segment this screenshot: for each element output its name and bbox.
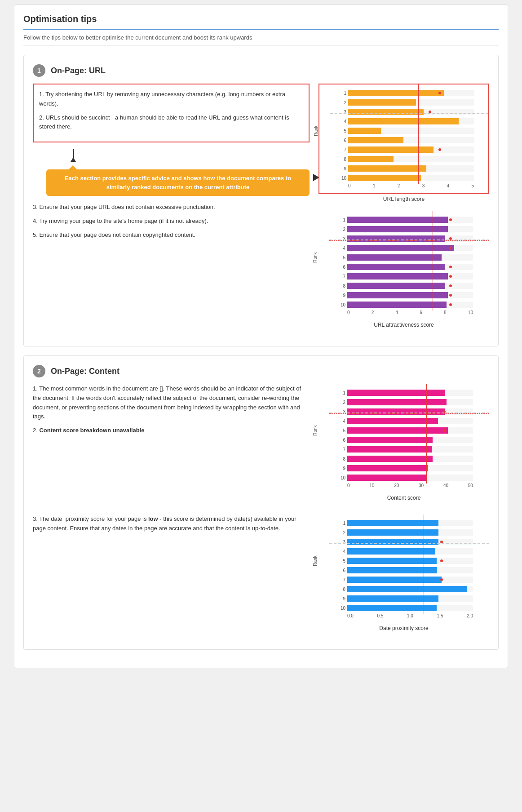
section-body: 1. Try shortening the URL by removing an… xyxy=(33,84,489,337)
bar-dot xyxy=(449,294,452,297)
chart-title: Content score xyxy=(319,495,489,501)
bar-row-2: 2 xyxy=(336,225,485,233)
bar-fill xyxy=(347,529,438,536)
bar-track xyxy=(347,427,473,434)
bar-track xyxy=(347,567,473,573)
bar-track xyxy=(347,217,473,223)
y-axis-label: Rank xyxy=(313,555,318,566)
bar-fill xyxy=(347,520,438,526)
bar-row-8: 8 xyxy=(336,585,485,593)
bar-row-4: 4 xyxy=(337,117,484,125)
bar-fill xyxy=(347,235,445,242)
section-header: 2On-Page: Content xyxy=(33,365,489,377)
bar-dot xyxy=(449,303,452,306)
bar-rank-label: 8 xyxy=(337,157,346,162)
bar-row-2: 2 xyxy=(336,398,485,406)
section-number: 2 xyxy=(33,365,45,377)
axis-label: 5 xyxy=(471,183,474,188)
bar-track xyxy=(347,465,473,471)
bar-rank-label: 9 xyxy=(336,596,345,601)
bar-track xyxy=(348,146,474,153)
bar-track xyxy=(347,475,473,481)
bar-rank-label: 9 xyxy=(337,166,346,171)
bar-rank-label: 1 xyxy=(336,521,345,526)
bar-row-8: 8 xyxy=(337,155,484,163)
advice-text: 1. The most common words in the document… xyxy=(33,384,310,422)
bar-chart: 123456789100246810 xyxy=(336,216,485,315)
axis-label: 0 xyxy=(347,310,350,315)
axis-labels: 0246810 xyxy=(347,310,473,315)
section-2: 2On-Page: Content1. The most common word… xyxy=(23,355,499,650)
bar-rank-label: 10 xyxy=(336,606,345,611)
section-body-2: 3. The date_proximity score for your pag… xyxy=(33,515,489,640)
advice-text: 1. Try shortening the URL by removing an… xyxy=(39,90,303,109)
bar-rank-label: 8 xyxy=(336,457,345,461)
page-container: Optimisation tips Follow the tips below … xyxy=(14,4,508,668)
axis-label: 0.5 xyxy=(377,613,384,618)
axis-label: 0 xyxy=(348,183,351,188)
bar-rank-label: 4 xyxy=(336,419,345,424)
bar-fill xyxy=(347,548,435,555)
bar-row-9: 9 xyxy=(336,464,485,472)
sections-root: 1On-Page: URL1. Try shortening the URL b… xyxy=(23,55,499,650)
bar-rank-label: 5 xyxy=(337,129,346,133)
bar-dot xyxy=(449,247,452,249)
axis-label: 10 xyxy=(468,310,473,315)
page-subtitle: Follow the tips below to better optimise… xyxy=(23,34,499,46)
bar-rank-label: 10 xyxy=(336,475,345,480)
bar-fill xyxy=(347,437,433,443)
bar-row-4: 4 xyxy=(336,244,485,252)
axis-label: 3 xyxy=(422,183,425,188)
bar-dot xyxy=(440,578,443,581)
bar-fill xyxy=(348,99,416,106)
bar-fill xyxy=(348,128,381,134)
bar-rank-label: 9 xyxy=(336,466,345,471)
vert-line-red xyxy=(433,211,433,311)
bar-fill xyxy=(347,539,438,545)
section-title: On-Page: URL xyxy=(51,66,106,75)
bar-fill xyxy=(347,245,454,251)
section-title: On-Page: Content xyxy=(51,367,119,376)
bar-fill xyxy=(347,456,433,462)
bar-track xyxy=(347,390,473,396)
bar-row-7: 7 xyxy=(336,272,485,280)
bar-rank-label: 7 xyxy=(336,577,345,582)
arrow-stem xyxy=(73,149,74,158)
bar-fill xyxy=(347,446,432,453)
chart-date-proximity-chart: Rank123456789100.00.51.01.52.0Date proxi… xyxy=(319,515,489,631)
advice-text: 3. Ensure that your page URL does not co… xyxy=(33,203,310,212)
axis-label: 10 xyxy=(369,483,374,488)
bar-row-2: 2 xyxy=(336,528,485,537)
axis-label: 1.0 xyxy=(407,613,413,618)
bar-row-1: 1 xyxy=(336,389,485,397)
bar-rank-label: 8 xyxy=(336,284,345,288)
tooltip-area: Each section provides specific advice an… xyxy=(33,149,310,196)
bar-track xyxy=(347,418,473,424)
bar-row-5: 5 xyxy=(336,426,485,435)
axis-label: 0.0 xyxy=(347,613,354,618)
bar-row-2: 2 xyxy=(337,98,484,106)
advice-text: 2. URLs should be succinct - a human sho… xyxy=(39,113,303,132)
bar-rank-label: 7 xyxy=(336,447,345,452)
arrow-up xyxy=(60,149,310,162)
bar-dot xyxy=(449,266,452,268)
bar-row-3: 3 xyxy=(336,538,485,546)
bar-fill xyxy=(347,254,442,261)
bar-rank-label: 1 xyxy=(337,91,346,96)
chart-title: URL attractiveness score xyxy=(319,322,489,328)
bar-row-8: 8 xyxy=(336,455,485,463)
bar-fill xyxy=(348,165,426,172)
bar-rank-label: 9 xyxy=(336,293,345,298)
bar-fill xyxy=(348,109,424,115)
bar-dot xyxy=(438,92,441,94)
bar-row-10: 10 xyxy=(336,301,485,309)
y-axis-label: Rank xyxy=(314,125,319,136)
bar-fill xyxy=(347,465,428,471)
section-body: 1. The most common words in the document… xyxy=(33,384,489,510)
bar-row-4: 4 xyxy=(336,547,485,555)
bar-dot xyxy=(449,218,452,221)
advice-text: 2. Content score breakdown unavailable xyxy=(33,426,310,435)
section-header: 1On-Page: URL xyxy=(33,64,489,77)
bar-track xyxy=(348,165,474,172)
advice-text: 4. Try moving your page to the site's ho… xyxy=(33,217,310,226)
